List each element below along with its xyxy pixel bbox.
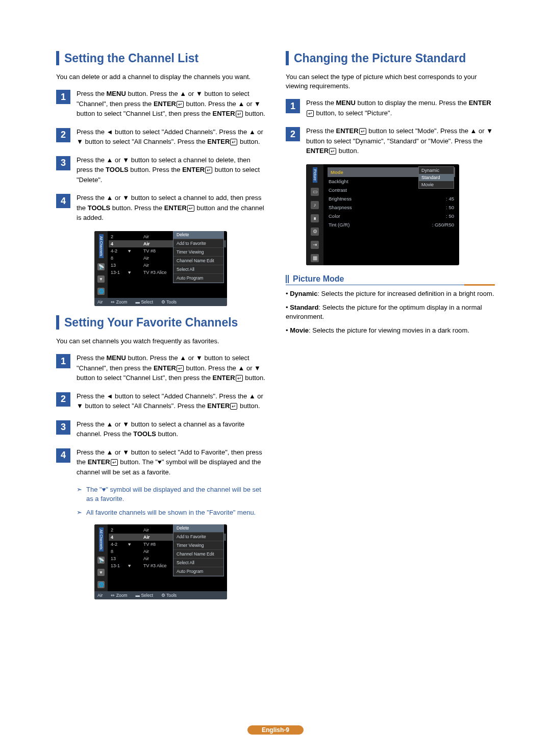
step-number-icon: 1	[56, 354, 70, 368]
osd-channel-list: All Channels 📡 ♥ 🌐 2Air4Air4-2♥TV #88Air…	[94, 231, 227, 306]
section-title-text: Setting the Channel List	[64, 52, 198, 65]
step-number-icon: 1	[286, 99, 300, 113]
step-text: Press the MENU button. Press the ▲ or ▼ …	[77, 89, 265, 119]
osd-dropdown-item: Movie	[419, 181, 454, 188]
osd-sidebar: All Channels 📡 ♥ 🌐	[94, 524, 108, 591]
osd-sidebar: All Channels 📡 ♥ 🌐	[94, 231, 108, 298]
osd-footer-select: ▬ Select	[136, 299, 154, 305]
enter-icon: ↵	[307, 110, 314, 117]
osd-footer-zoom: ⇔ Zoom	[111, 299, 127, 305]
step-4: 4 Press the ▲ or ▼ button to select a ch…	[56, 193, 265, 223]
osd-content: Mode: BacklightContrastBrightness: 45Sha…	[323, 164, 459, 265]
step-text: Press the ▲ or ▼ button to select a chan…	[77, 155, 265, 185]
osd-popup-item: Timer Viewing	[173, 541, 223, 550]
sound-icon: ♪	[311, 201, 319, 209]
enter-icon: ↵	[236, 375, 243, 382]
step-2: 2 Press the ENTER↵ button to select "Mod…	[286, 126, 495, 156]
step-1: 1 Press the MENU button. Press the ▲ or …	[56, 89, 265, 119]
osd-popup-item: Channel Name Edit	[173, 257, 223, 265]
step-4: 4 Press the ▲ or ▼ button to select "Add…	[56, 447, 265, 477]
step-1: 1 Press the MENU button. Press the ▲ or …	[56, 353, 265, 383]
note-arrow-icon: ➣	[77, 485, 82, 503]
enter-icon: ↵	[187, 205, 194, 212]
osd-setting-row: Brightness: 45	[328, 194, 455, 203]
enter-icon: ↵	[205, 167, 212, 173]
notes: ➣The "♥" symbol will be displayed and th…	[77, 485, 265, 517]
osd-footer-antenna: Air	[97, 299, 103, 305]
step-text: Press the ◄ button to select "Added Chan…	[77, 127, 265, 147]
osd-popup-item: Delete	[173, 524, 223, 533]
heart-icon: ♥	[97, 275, 105, 283]
osd-picture-mode: Picture ▭ ♪ ∎ ⚙ ⇥ ▦ Mode: BacklightContr…	[306, 164, 459, 265]
note-arrow-icon: ➣	[77, 508, 82, 517]
subtitle-bar-icon	[286, 275, 290, 283]
enter-icon: ↵	[359, 128, 366, 135]
step-number-icon: 1	[56, 90, 70, 104]
section-title-text: Changing the Picture Standard	[294, 52, 466, 65]
enter-icon: ↵	[111, 459, 118, 466]
osd-mode-dropdown: DynamicStandardMovie	[418, 166, 454, 189]
input-icon: ⇥	[311, 241, 319, 249]
enter-icon: ↵	[177, 101, 184, 108]
section-title-text: Setting Your Favorite Channels	[64, 316, 238, 330]
osd-setting-row: Color: 50	[328, 212, 455, 220]
step-3: 3 Press the ▲ or ▼ button to select a ch…	[56, 419, 265, 439]
setup-icon: ⚙	[311, 228, 319, 236]
step-number-icon: 3	[56, 156, 70, 170]
osd-tools-popup: DeleteAdd to FavoriteTimer ViewingChanne…	[173, 231, 224, 283]
osd-popup-item: Select All	[173, 559, 223, 567]
globe-icon: 🌐	[97, 288, 105, 295]
osd-popup-item: Add to Favorite	[173, 239, 223, 248]
note-line: ➣All favorite channels will be shown in …	[77, 508, 265, 517]
step-2: 2 Press the ◄ button to select "Added Ch…	[56, 391, 265, 411]
osd-popup-item: Add to Favorite	[173, 533, 223, 541]
osd-dropdown-item: Standard	[419, 174, 454, 181]
section-intro: You can select the type of picture which…	[286, 72, 495, 91]
osd-footer: Air ⇔ Zoom ▬ Select ⚙ Tools	[94, 591, 227, 599]
title-bar-icon	[56, 315, 59, 330]
enter-icon: ↵	[236, 111, 243, 117]
osd-tab-label: All Channels	[99, 527, 104, 551]
bullet-item: • Movie: Selects the picture for viewing…	[286, 326, 495, 336]
step-number-icon: 3	[56, 420, 70, 435]
osd-footer: Air ⇔ Zoom ▬ Select ⚙ Tools	[94, 298, 227, 306]
step-number-icon: 4	[56, 194, 70, 208]
right-column: Changing the Picture Standard You can se…	[286, 51, 495, 736]
bullet-item: • Dynamic: Selects the picture for incre…	[286, 289, 495, 299]
section-title-picture: Changing the Picture Standard	[286, 51, 495, 65]
step-3: 3 Press the ▲ or ▼ button to select a ch…	[56, 155, 265, 185]
enter-icon: ↵	[230, 403, 237, 410]
step-text: Press the ▲ or ▼ button to select a chan…	[77, 193, 265, 223]
bullet-item: • Standard: Selects the picture for the …	[286, 303, 495, 322]
osd-footer-tools: ⚙ Tools	[161, 299, 177, 305]
globe-icon: 🌐	[97, 581, 105, 588]
osd-popup-item: Timer Viewing	[173, 248, 223, 257]
osd-channel-rows: 2Air4Air4-2♥TV #88Air13Air13-1♥TV #3 Ali…	[108, 231, 227, 298]
osd-channel-list-2: All Channels 📡 ♥ 🌐 2Air4Air4-2♥TV #88Air…	[94, 524, 227, 599]
title-bar-icon	[56, 51, 59, 65]
osd-popup-item: Select All	[173, 265, 223, 274]
heart-icon: ♥	[97, 569, 105, 576]
osd-popup-item: Channel Name Edit	[173, 550, 223, 559]
enter-icon: ↵	[177, 365, 184, 372]
step-number-icon: 2	[56, 128, 70, 142]
app-icon: ▦	[311, 254, 319, 262]
tv-icon: ▭	[311, 188, 319, 196]
subsection-title: Picture Mode	[286, 274, 495, 285]
step-2: 2 Press the ◄ button to select "Added Ch…	[56, 127, 265, 147]
osd-setting-row: Tint (G/R): G50/R50	[328, 220, 455, 229]
osd-channel-rows: 2Air4Air4-2♥TV #88Air13Air13-1♥TV #3 Ali…	[108, 524, 227, 591]
note-line: ➣The "♥" symbol will be displayed and th…	[77, 485, 265, 503]
osd-tools-popup: DeleteAdd to FavoriteTimer ViewingChanne…	[173, 524, 224, 576]
section-title-favorite: Setting Your Favorite Channels	[56, 315, 265, 330]
channel-icon: ∎	[311, 214, 319, 222]
antenna-icon: 📡	[97, 263, 105, 270]
step-number-icon: 2	[56, 392, 70, 407]
antenna-icon: 📡	[97, 557, 105, 564]
step-1: 1 Press the MENU button to display the m…	[286, 98, 495, 118]
osd-dropdown-item: Dynamic	[419, 167, 454, 174]
bullets: • Dynamic: Selects the picture for incre…	[286, 289, 495, 336]
section-intro: You can delete or add a channel to displ…	[56, 72, 265, 82]
subsection-title-text: Picture Mode	[293, 274, 344, 284]
osd-tab-label: Picture	[313, 167, 317, 183]
